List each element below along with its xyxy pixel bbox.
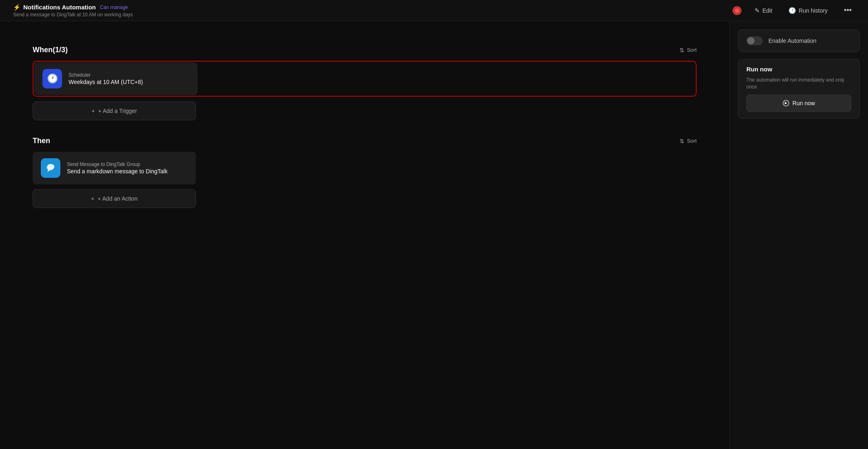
run-now-btn-label: Run now: [793, 100, 815, 106]
add-trigger-label: + Add a Trigger: [98, 108, 137, 114]
edit-icon: ✎: [755, 7, 760, 14]
can-manage-badge[interactable]: Can manage: [100, 4, 128, 10]
then-section-header: Then ⇅ Sort: [33, 137, 697, 145]
when-section: When(1/3) ⇅ Sort 🕐 Scheduler Weekdays at…: [33, 46, 697, 120]
then-sort-label: Sort: [687, 138, 697, 144]
sort-icon: ⇅: [679, 47, 684, 53]
main-layout: When(1/3) ⇅ Sort 🕐 Scheduler Weekdays at…: [0, 21, 868, 449]
edit-label: Edit: [762, 7, 772, 14]
then-title: Then: [33, 137, 50, 145]
add-trigger-plus: +: [91, 108, 95, 114]
then-sort-button[interactable]: ⇅ Sort: [679, 138, 697, 144]
header-left: ⚡ Notifications Automation Can manage Se…: [13, 4, 133, 18]
when-section-header: When(1/3) ⇅ Sort: [33, 46, 697, 54]
enable-automation-card: Enable Automation: [738, 29, 860, 52]
history-icon: 🕐: [788, 7, 796, 14]
trigger-label: Scheduler: [69, 72, 143, 78]
then-sort-icon: ⇅: [679, 138, 684, 144]
sort-label: Sort: [687, 47, 697, 53]
trigger-card[interactable]: 🕐 Scheduler Weekdays at 10 AM (UTC+8): [34, 62, 198, 95]
trigger-value: Weekdays at 10 AM (UTC+8): [69, 79, 143, 85]
action-label: Send Message to DingTalk Group: [67, 161, 168, 167]
action-value: Send a markdown message to DingTalk: [67, 168, 168, 175]
add-action-plus: +: [91, 195, 94, 202]
header-subtitle: Send a message to DingTalk at 10 AM on w…: [13, 12, 133, 18]
then-section: Then ⇅ Sort Send Message to DingTalk Gro…: [33, 137, 697, 208]
add-action-label: + Add an Action: [98, 195, 138, 202]
run-history-button[interactable]: 🕐 Run history: [785, 5, 831, 16]
trigger-info: Scheduler Weekdays at 10 AM (UTC+8): [69, 72, 143, 85]
header: ⚡ Notifications Automation Can manage Se…: [0, 0, 868, 21]
run-now-desc: The automation will run immediately and …: [746, 77, 851, 91]
toggle-knob: [747, 37, 755, 44]
add-trigger-button[interactable]: + + Add a Trigger: [33, 102, 196, 120]
edit-button[interactable]: ✎ Edit: [751, 5, 775, 16]
run-history-label: Run history: [799, 7, 828, 14]
title-icon: ⚡: [13, 4, 21, 11]
right-panel: Enable Automation Run now The automation…: [729, 21, 868, 449]
run-now-title: Run now: [746, 66, 851, 73]
title-text: Notifications Automation: [23, 4, 96, 11]
enable-toggle[interactable]: [746, 36, 763, 45]
more-button[interactable]: •••: [841, 4, 855, 16]
when-title: When(1/3): [33, 46, 68, 54]
action-card[interactable]: Send Message to DingTalk Group Send a ma…: [33, 152, 196, 184]
trigger-card-wrapper: 🕐 Scheduler Weekdays at 10 AM (UTC+8): [33, 61, 697, 97]
record-inner: [735, 9, 739, 13]
canvas: When(1/3) ⇅ Sort 🕐 Scheduler Weekdays at…: [0, 21, 729, 449]
header-right: ✎ Edit 🕐 Run history •••: [733, 4, 855, 16]
record-icon: [733, 6, 741, 15]
scheduler-icon: 🕐: [42, 69, 62, 88]
dingtalk-svg: [45, 162, 56, 174]
title-row: ⚡ Notifications Automation Can manage: [13, 4, 133, 11]
when-sort-button[interactable]: ⇅ Sort: [679, 47, 697, 53]
run-now-card: Run now The automation will run immediat…: [738, 59, 860, 119]
enable-label: Enable Automation: [768, 38, 817, 44]
dingtalk-icon: [41, 158, 60, 178]
run-now-icon: ▶: [783, 100, 789, 106]
action-info: Send Message to DingTalk Group Send a ma…: [67, 161, 168, 175]
app-title: ⚡ Notifications Automation: [13, 4, 96, 11]
add-action-button[interactable]: + + Add an Action: [33, 189, 196, 208]
run-now-button[interactable]: ▶ Run now: [746, 95, 851, 112]
